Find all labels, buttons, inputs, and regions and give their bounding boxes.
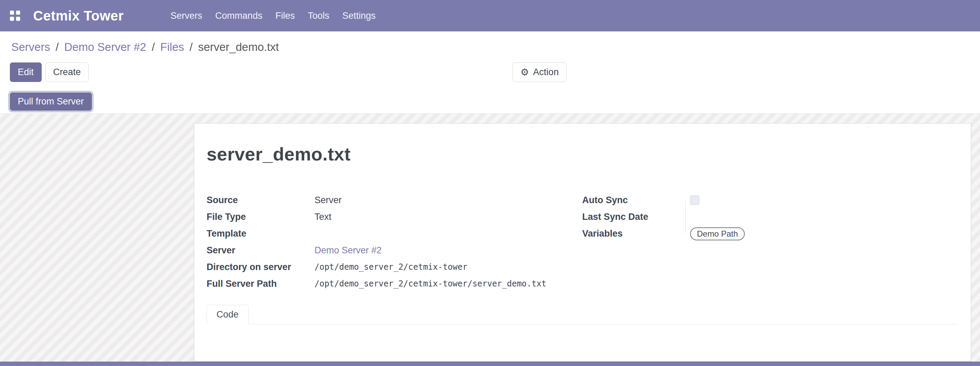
grid-square bbox=[16, 17, 20, 21]
page-header: Servers / Demo Server #2 / Files / serve… bbox=[0, 32, 980, 114]
field-label-directory: Directory on server bbox=[207, 259, 315, 275]
gear-icon: ⚙ bbox=[520, 67, 529, 78]
auto-sync-checkbox[interactable] bbox=[690, 196, 699, 205]
field-value-server-link[interactable]: Demo Server #2 bbox=[315, 242, 382, 259]
field-label-server: Server bbox=[207, 242, 315, 259]
field-groups: Source Server File Type Text Template Se… bbox=[207, 192, 958, 292]
field-row: Auto Sync bbox=[582, 192, 958, 208]
record-title: server_demo.txt bbox=[207, 143, 958, 165]
field-row: Last Sync Date bbox=[582, 208, 958, 225]
tab-code[interactable]: Code bbox=[207, 305, 248, 325]
breadcrumb-separator: / bbox=[56, 41, 59, 54]
grid-square bbox=[10, 17, 14, 21]
grid-square bbox=[16, 11, 20, 15]
menu-item-files[interactable]: Files bbox=[269, 0, 301, 32]
field-label-template: Template bbox=[207, 225, 315, 242]
field-group-right: Auto Sync Last Sync Date Variables Demo … bbox=[582, 192, 958, 292]
create-button[interactable]: Create bbox=[45, 62, 89, 82]
form-sheet: server_demo.txt Source Server File Type … bbox=[194, 123, 971, 361]
field-row: Variables Demo Path bbox=[582, 225, 958, 242]
field-row: Source Server bbox=[207, 192, 582, 208]
field-row: File Type Text bbox=[207, 208, 582, 225]
breadcrumb-link-files[interactable]: Files bbox=[160, 41, 184, 54]
breadcrumb-link-demo-server[interactable]: Demo Server #2 bbox=[64, 41, 146, 54]
top-navbar: Cetmix Tower Servers Commands Files Tool… bbox=[0, 0, 980, 32]
field-row: Full Server Path /opt/demo_server_2/cetm… bbox=[207, 275, 582, 292]
field-label-last-sync-date: Last Sync Date bbox=[582, 208, 690, 225]
action-button[interactable]: ⚙ Action bbox=[512, 62, 566, 82]
bottom-accent-strip bbox=[0, 361, 980, 366]
menu-item-servers[interactable]: Servers bbox=[164, 0, 208, 32]
field-row: Template bbox=[207, 225, 582, 242]
edit-button[interactable]: Edit bbox=[10, 62, 42, 82]
field-label-variables: Variables bbox=[582, 225, 690, 242]
menu-item-tools[interactable]: Tools bbox=[301, 0, 336, 32]
breadcrumb-current: server_demo.txt bbox=[198, 41, 279, 54]
field-label-auto-sync: Auto Sync bbox=[582, 192, 690, 208]
field-row: Directory on server /opt/demo_server_2/c… bbox=[207, 259, 582, 275]
apps-grid-icon[interactable] bbox=[10, 11, 20, 21]
field-value-source: Server bbox=[315, 192, 342, 208]
content-area: server_demo.txt Source Server File Type … bbox=[0, 114, 980, 361]
field-group-divider bbox=[685, 201, 686, 234]
menu-item-commands[interactable]: Commands bbox=[208, 0, 269, 32]
object-buttons-row: Pull from Server bbox=[0, 92, 980, 113]
field-value-directory: /opt/demo_server_2/cetmix-tower bbox=[315, 259, 468, 275]
app-brand[interactable]: Cetmix Tower bbox=[33, 8, 124, 24]
variable-tag-demo-path: Demo Path bbox=[690, 228, 745, 240]
breadcrumb: Servers / Demo Server #2 / Files / serve… bbox=[0, 32, 980, 62]
field-value-full-path: /opt/demo_server_2/cetmix-tower/server_d… bbox=[315, 275, 546, 292]
breadcrumb-separator: / bbox=[189, 41, 192, 54]
field-label-file-type: File Type bbox=[207, 208, 315, 225]
field-row: Server Demo Server #2 bbox=[207, 242, 582, 259]
field-label-full-path: Full Server Path bbox=[207, 275, 315, 292]
breadcrumb-separator: / bbox=[152, 41, 155, 54]
menu-item-settings[interactable]: Settings bbox=[336, 0, 382, 32]
notebook-tabs: Code bbox=[207, 305, 958, 325]
field-label-source: Source bbox=[207, 192, 315, 208]
action-button-label: Action bbox=[533, 67, 558, 78]
breadcrumb-link-servers[interactable]: Servers bbox=[11, 41, 50, 54]
field-value-file-type: Text bbox=[315, 208, 332, 225]
toolbar: Edit Create ⚙ Action bbox=[0, 62, 980, 82]
grid-square bbox=[10, 11, 14, 15]
field-group-left: Source Server File Type Text Template Se… bbox=[207, 192, 582, 292]
main-menu: Servers Commands Files Tools Settings bbox=[164, 0, 382, 32]
pull-from-server-button[interactable]: Pull from Server bbox=[10, 92, 92, 111]
